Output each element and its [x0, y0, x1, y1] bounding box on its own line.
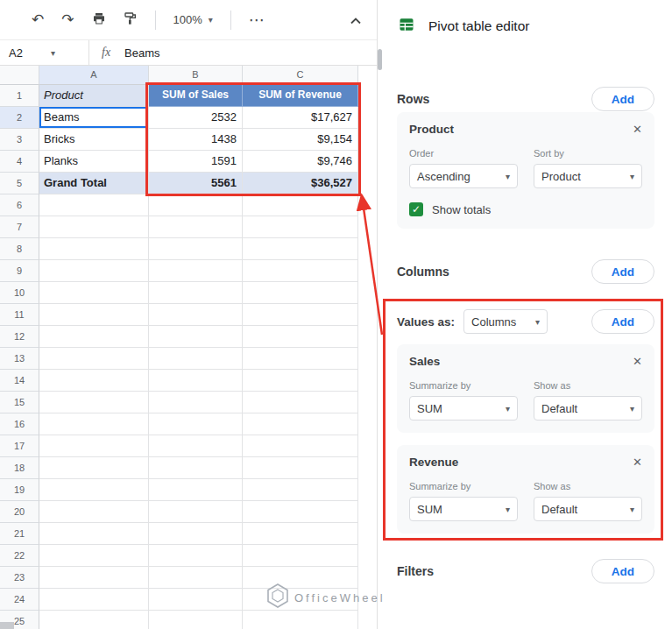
cell[interactable] — [39, 348, 149, 370]
cell[interactable] — [243, 238, 358, 260]
cell-B3[interactable]: 1438 — [149, 129, 243, 151]
panel-scrollbar[interactable] — [378, 49, 382, 70]
row-header-24[interactable]: 24 — [0, 589, 39, 611]
more-options-icon[interactable]: ⋯ — [249, 11, 266, 30]
close-icon[interactable]: ✕ — [633, 355, 642, 368]
row-header-15[interactable]: 15 — [0, 392, 39, 413]
cell[interactable] — [39, 304, 149, 326]
redo-icon[interactable]: ↷ — [61, 12, 74, 27]
fill-handle[interactable] — [145, 125, 149, 129]
cell-C1[interactable]: SUM of Revenue — [243, 85, 358, 107]
cell[interactable] — [243, 304, 358, 326]
formula-input[interactable]: Beams — [124, 46, 159, 60]
cell[interactable] — [243, 216, 358, 238]
cell[interactable] — [149, 545, 243, 567]
cell[interactable] — [243, 501, 358, 523]
cell[interactable] — [149, 304, 243, 326]
cell[interactable] — [39, 545, 149, 567]
row-header-14[interactable]: 14 — [0, 370, 39, 392]
cell[interactable] — [149, 589, 243, 611]
row-header-21[interactable]: 21 — [0, 523, 39, 545]
show-totals-checkbox[interactable]: ✓ — [409, 202, 423, 216]
cell[interactable] — [149, 216, 243, 238]
cell-A4[interactable]: Planks — [39, 151, 149, 173]
order-dropdown[interactable]: Ascending ▾ — [409, 164, 518, 188]
row-header-9[interactable]: 9 — [0, 260, 39, 282]
show-as-dropdown[interactable]: Default ▾ — [534, 396, 642, 421]
cell-A1[interactable]: Product — [39, 85, 149, 107]
add-values-button[interactable]: Add — [591, 309, 654, 334]
row-header-5[interactable]: 5 — [0, 173, 39, 194]
cell[interactable] — [39, 479, 149, 501]
row-header-10[interactable]: 10 — [0, 282, 39, 304]
cell[interactable] — [243, 260, 358, 282]
cell[interactable] — [243, 589, 358, 611]
cell[interactable] — [149, 611, 243, 629]
cell[interactable] — [149, 326, 243, 348]
cell[interactable] — [243, 348, 358, 370]
row-header-17[interactable]: 17 — [0, 435, 39, 457]
cell[interactable] — [243, 282, 358, 304]
cell[interactable] — [39, 370, 149, 392]
cell-C4[interactable]: $9,746 — [243, 151, 358, 173]
summarize-by-dropdown[interactable]: SUM ▾ — [409, 497, 518, 521]
cell[interactable] — [149, 282, 243, 304]
cell[interactable] — [149, 435, 243, 457]
cell-B4[interactable]: 1591 — [149, 151, 243, 173]
cell[interactable] — [243, 523, 358, 545]
cell[interactable] — [39, 194, 149, 216]
cell[interactable] — [149, 238, 243, 260]
cell[interactable] — [39, 457, 149, 479]
cell[interactable] — [39, 260, 149, 282]
cell[interactable] — [243, 194, 358, 216]
add-rows-button[interactable]: Add — [591, 87, 654, 111]
close-icon[interactable]: ✕ — [633, 123, 642, 136]
cell[interactable] — [243, 457, 358, 479]
zoom-control[interactable]: 100% ▾ — [173, 13, 213, 26]
row-header-2[interactable]: 2 — [0, 107, 39, 129]
cell[interactable] — [149, 567, 243, 589]
cell[interactable] — [149, 392, 243, 413]
row-header-13[interactable]: 13 — [0, 348, 39, 370]
paint-format-icon[interactable] — [124, 11, 138, 28]
row-header-11[interactable]: 11 — [0, 304, 39, 326]
cell[interactable] — [149, 348, 243, 370]
cell[interactable] — [243, 392, 358, 413]
cell[interactable] — [39, 435, 149, 457]
close-icon[interactable]: ✕ — [633, 456, 642, 469]
row-header-4[interactable]: 4 — [0, 151, 39, 173]
cell[interactable] — [149, 413, 243, 435]
row-header-8[interactable]: 8 — [0, 238, 39, 260]
column-header-b[interactable]: B — [149, 66, 243, 85]
cell[interactable] — [39, 501, 149, 523]
show-as-dropdown[interactable]: Default ▾ — [534, 497, 642, 521]
cell[interactable] — [39, 238, 149, 260]
column-header-a[interactable]: A — [39, 66, 149, 85]
add-columns-button[interactable]: Add — [591, 259, 654, 284]
row-header-20[interactable]: 20 — [0, 501, 39, 523]
undo-icon[interactable]: ↶ — [32, 12, 44, 27]
cell[interactable] — [243, 479, 358, 501]
cell-B1[interactable]: SUM of Sales — [149, 85, 243, 107]
row-header-12[interactable]: 12 — [0, 326, 39, 348]
cell-A5[interactable]: Grand Total — [39, 173, 149, 194]
cell[interactable] — [39, 392, 149, 413]
cell[interactable] — [39, 611, 149, 629]
cell-B5[interactable]: 5561 — [149, 173, 243, 194]
cell[interactable] — [243, 413, 358, 435]
row-header-7[interactable]: 7 — [0, 216, 39, 238]
cell[interactable] — [149, 501, 243, 523]
cell[interactable] — [39, 326, 149, 348]
select-all-corner[interactable] — [0, 66, 39, 85]
cell[interactable] — [39, 216, 149, 238]
cell[interactable] — [39, 567, 149, 589]
cell[interactable] — [243, 567, 358, 589]
cell[interactable] — [149, 370, 243, 392]
cell[interactable] — [243, 326, 358, 348]
collapse-toolbar-icon[interactable] — [350, 12, 361, 28]
cell[interactable] — [243, 611, 358, 629]
cell[interactable] — [149, 457, 243, 479]
cell-C3[interactable]: $9,154 — [243, 129, 358, 151]
cell[interactable] — [243, 435, 358, 457]
name-box[interactable]: A2 ▾ — [0, 40, 89, 65]
